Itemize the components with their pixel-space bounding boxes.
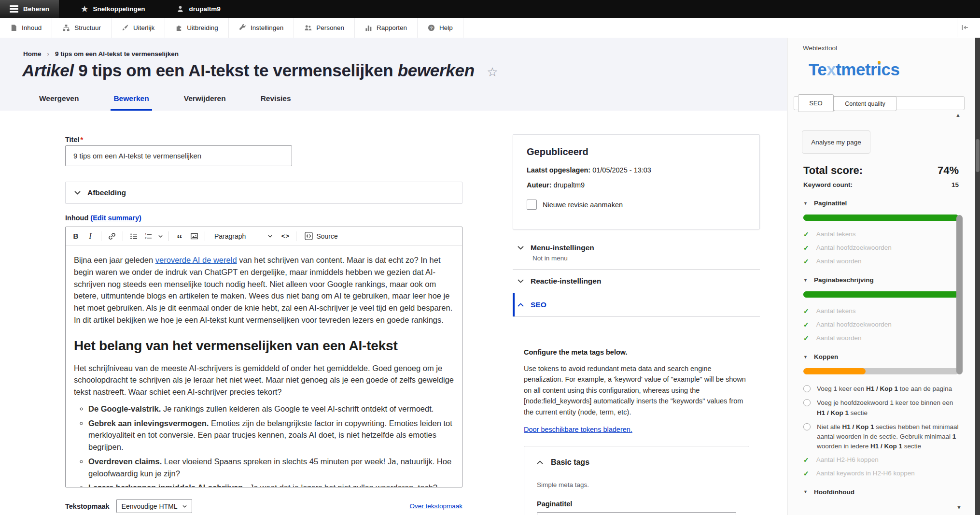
italic-button[interactable]: I xyxy=(84,230,97,243)
title-field-label: Titel* xyxy=(65,136,83,143)
check-icon: ✓ xyxy=(803,258,809,265)
suggestion-radio-item[interactable]: Voeg 1 keer een H1 / Kop 1 toe aan de pa… xyxy=(803,384,959,394)
section-paginatitel-toggle[interactable]: ▼ Paginatitel xyxy=(803,200,959,207)
page-scrollbar[interactable] xyxy=(975,38,980,515)
paragraph-style-dropdown[interactable]: Paragraph xyxy=(210,232,277,240)
page-title-meta-input[interactable] xyxy=(537,512,736,515)
seo-section-toggle[interactable]: SEO xyxy=(513,293,760,317)
check-item: ✓Aantal tekens xyxy=(803,230,959,238)
chevron-down-icon xyxy=(268,235,272,238)
new-revision-checkbox[interactable] xyxy=(527,200,537,210)
list-item: Overdreven claims. Leer vloeiend Spaans … xyxy=(88,456,454,480)
toolbar-item-inhoud[interactable]: Inhoud xyxy=(0,18,52,38)
breadcrumb: Home › 9 tips om een AI-tekst te vermens… xyxy=(23,50,179,57)
tm-scrollbar-thumb[interactable] xyxy=(956,215,963,374)
user-icon xyxy=(177,5,184,13)
paginatitel-progress-bar xyxy=(803,215,959,221)
toolbar-item-instellingen[interactable]: Instellingen xyxy=(229,18,294,38)
toolbar-item-rapporten[interactable]: Rapporten xyxy=(355,18,418,38)
toolbar-item-help[interactable]: ? Help xyxy=(418,18,463,38)
node-form: Titel* Afbeelding Inhoud (Edit summary) … xyxy=(0,111,787,515)
edit-summary-link[interactable]: (Edit summary) xyxy=(90,214,141,222)
textmetrics-logo: Textmetrics xyxy=(809,60,899,79)
list-dropdown-chevron[interactable] xyxy=(156,230,164,243)
body-field-label: Inhoud (Edit summary) xyxy=(65,214,141,222)
bold-button[interactable]: B xyxy=(70,230,82,243)
user-label: drupaltm9 xyxy=(189,5,220,13)
list-item: De Google-valstrik. Je rankings zullen k… xyxy=(88,403,454,415)
title-input[interactable] xyxy=(65,145,292,166)
breadcrumb-current-link[interactable]: 9 tips om een AI-tekst te vermenselijken xyxy=(55,50,179,57)
svg-text:1: 1 xyxy=(145,233,147,236)
section-hoofdinhoud-toggle[interactable]: ▼ Hoofdinhoud xyxy=(803,488,959,496)
paginabeschrijving-progress-bar xyxy=(803,291,959,298)
about-text-formats-link[interactable]: Over tekstopmaak xyxy=(409,502,462,510)
tab-weergeven[interactable]: Weergeven xyxy=(36,94,82,111)
basic-tags-toggle[interactable]: Basic tags xyxy=(537,458,736,467)
page-scrollbar-thumb[interactable] xyxy=(976,139,980,172)
blockquote-button[interactable]: “ xyxy=(173,227,186,245)
toolbar-item-uiterlijk[interactable]: Uiterlijk xyxy=(112,18,165,38)
toolbar-divider xyxy=(296,231,296,241)
image-section-toggle[interactable]: Afbeelding xyxy=(65,182,462,204)
svg-text:2: 2 xyxy=(145,237,147,240)
author-row: Auteur: drupaltm9 xyxy=(527,181,746,189)
scroll-up-arrow[interactable]: ▲ xyxy=(955,112,961,118)
source-button[interactable]: Source xyxy=(301,232,341,240)
tab-bewerken[interactable]: Bewerken xyxy=(111,94,152,111)
editor-content[interactable]: Bijna een jaar geleden veroverde AI de w… xyxy=(66,245,462,487)
toolbar-collapse-button[interactable] xyxy=(957,18,973,37)
numbered-list-button[interactable]: 12 xyxy=(142,230,154,243)
breadcrumb-separator: › xyxy=(47,50,50,57)
page-title: Artikel 9 tips om een AI-tekst te vermen… xyxy=(22,61,498,80)
tm-tab-content-quality[interactable]: Content quality xyxy=(834,96,896,111)
tm-tab-seo[interactable]: SEO xyxy=(798,94,834,112)
check-item: ✓Aantal hoofdzoekwoorden xyxy=(803,321,959,329)
bookmark-star-icon[interactable]: ☆ xyxy=(487,65,498,79)
toolbar-item-structuur[interactable]: Structuur xyxy=(52,18,112,38)
suggestion-radio-item[interactable]: Voeg je hoofdzoekwoord 1 keer toe binnen… xyxy=(803,398,959,418)
seo-intro-bold: Configure the meta tags below. xyxy=(524,348,749,356)
admin-menu-button[interactable]: Beheren xyxy=(0,0,59,18)
breadcrumb-home-link[interactable]: Home xyxy=(23,50,42,57)
tab-verwijderen[interactable]: Verwijderen xyxy=(181,94,229,111)
toolbar-item-personen[interactable]: Personen xyxy=(294,18,355,38)
shortcuts-button[interactable]: ★ Snelkoppelingen xyxy=(71,0,154,18)
sitemap-icon xyxy=(62,24,70,31)
section-paginabeschrijving-toggle[interactable]: ▼ Paginabeschrijving xyxy=(803,276,959,284)
analyse-page-button[interactable]: Analyse my page xyxy=(802,130,870,154)
paginatitel-checklist: ✓Aantal tekens ✓Aantal hoofdzoekwoorden … xyxy=(803,230,959,265)
user-account-button[interactable]: drupaltm9 xyxy=(167,0,230,18)
file-icon xyxy=(10,24,17,31)
inline-link[interactable]: veroverde AI de wereld xyxy=(155,256,237,264)
koppen-checklist: Voeg 1 keer een H1 / Kop 1 toe aan de pa… xyxy=(803,384,959,477)
suggestion-radio-item[interactable]: Niet alle H1 / Kop 1 secties hebben het … xyxy=(803,422,959,452)
seo-section-body: Configure the meta tags below. Use token… xyxy=(513,337,760,515)
comment-settings-section[interactable]: Reactie-instellingen xyxy=(513,269,760,293)
scroll-down-arrow[interactable]: ▼ xyxy=(956,504,962,510)
link-button[interactable] xyxy=(106,230,118,243)
new-revision-row: Nieuwe revisie aanmaken xyxy=(527,200,746,210)
toolbar-divider xyxy=(168,231,169,241)
section-koppen-toggle[interactable]: ▼ Koppen xyxy=(803,353,959,360)
editor-toolbar: B I 12 “ xyxy=(66,227,462,245)
required-mark: * xyxy=(81,136,84,143)
text-format-select[interactable]: Eenvoudige HTML xyxy=(116,499,192,513)
check-icon: ✓ xyxy=(803,321,809,329)
check-icon: ✓ xyxy=(803,230,809,238)
check-icon: ✓ xyxy=(803,307,809,315)
menu-settings-section[interactable]: Menu-instellingen Not in menu xyxy=(513,236,760,269)
barchart-icon xyxy=(365,24,372,31)
toolbar-item-uitbreiding[interactable]: Uitbreiding xyxy=(165,18,229,38)
tm-score-column: Total score:74% Keyword count:15 ▼ Pagin… xyxy=(803,164,959,496)
code-button[interactable]: <> xyxy=(279,230,292,243)
insert-image-button[interactable] xyxy=(188,230,200,243)
paintbrush-icon xyxy=(122,24,129,31)
tab-revisies[interactable]: Revisies xyxy=(258,94,294,111)
admin-menu-label: Beheren xyxy=(23,5,49,13)
browse-tokens-link[interactable]: Door beschikbare tokens bladeren. xyxy=(524,426,632,433)
list-item: Gebrek aan inlevingsvermogen. Emoties zi… xyxy=(88,417,454,453)
bulleted-list-button[interactable] xyxy=(127,230,140,243)
total-score-value: 74% xyxy=(938,164,959,177)
total-score-row: Total score:74% xyxy=(803,164,959,177)
